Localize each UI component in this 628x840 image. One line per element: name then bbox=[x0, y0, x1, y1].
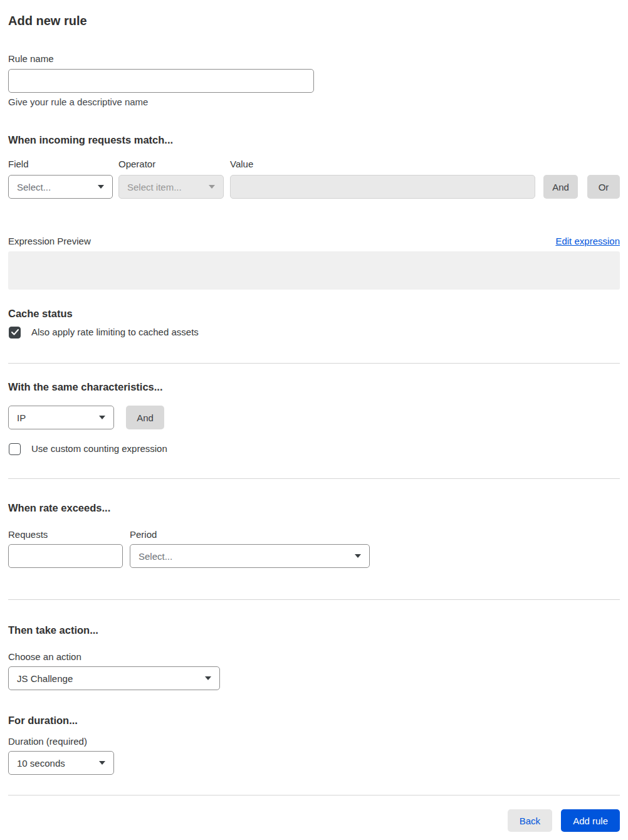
operator-select: Select item... bbox=[118, 175, 224, 199]
field-label: Field bbox=[8, 158, 118, 171]
characteristic-select[interactable]: IP bbox=[8, 406, 114, 429]
chevron-down-icon bbox=[98, 185, 104, 189]
add-rule-button[interactable]: Add rule bbox=[561, 809, 620, 832]
field-select[interactable]: Select... bbox=[8, 175, 113, 199]
action-select[interactable]: JS Challenge bbox=[8, 666, 220, 690]
duration-select-value: 10 seconds bbox=[17, 758, 65, 769]
back-button[interactable]: Back bbox=[508, 809, 552, 832]
action-heading: Then take action... bbox=[8, 623, 620, 637]
action-label: Choose an action bbox=[8, 651, 620, 663]
rule-name-input[interactable] bbox=[8, 69, 314, 93]
characteristics-and-button[interactable]: And bbox=[126, 406, 164, 429]
cached-assets-checkbox-label: Also apply rate limiting to cached asset… bbox=[31, 326, 199, 339]
action-select-value: JS Challenge bbox=[17, 673, 73, 684]
section-divider bbox=[8, 599, 620, 600]
and-button[interactable]: And bbox=[543, 175, 578, 199]
duration-select[interactable]: 10 seconds bbox=[8, 751, 114, 775]
field-select-value: Select... bbox=[17, 182, 51, 192]
match-section-heading: When incoming requests match... bbox=[8, 133, 620, 147]
section-divider bbox=[8, 363, 620, 364]
period-select-value: Select... bbox=[139, 551, 172, 562]
edit-expression-link[interactable]: Edit expression bbox=[555, 235, 620, 248]
period-select[interactable]: Select... bbox=[130, 544, 370, 568]
cached-assets-checkbox[interactable] bbox=[9, 327, 21, 339]
period-label: Period bbox=[130, 528, 157, 541]
chevron-down-icon bbox=[209, 185, 215, 189]
operator-select-value: Select item... bbox=[127, 182, 182, 192]
or-button[interactable]: Or bbox=[587, 175, 620, 199]
duration-label: Duration (required) bbox=[8, 735, 620, 748]
expression-preview-label: Expression Preview bbox=[8, 235, 91, 248]
custom-counting-checkbox[interactable] bbox=[9, 443, 21, 455]
requests-input[interactable] bbox=[8, 544, 123, 568]
chevron-down-icon bbox=[205, 676, 211, 680]
footer-divider bbox=[8, 795, 620, 795]
characteristics-heading: With the same characteristics... bbox=[8, 380, 620, 394]
value-label: Value bbox=[230, 158, 253, 171]
chevron-down-icon bbox=[99, 416, 105, 419]
characteristic-select-value: IP bbox=[17, 412, 26, 423]
duration-heading: For duration... bbox=[8, 713, 620, 727]
chevron-down-icon bbox=[355, 554, 361, 558]
cache-status-heading: Cache status bbox=[8, 307, 620, 320]
chevron-down-icon bbox=[99, 761, 105, 765]
value-input bbox=[230, 175, 535, 199]
page-title: Add new rule bbox=[8, 0, 620, 29]
section-divider bbox=[8, 478, 620, 479]
requests-label: Requests bbox=[8, 528, 130, 541]
add-rule-form: Add new rule Rule name Give your rule a … bbox=[0, 0, 628, 839]
rate-heading: When rate exceeds... bbox=[8, 501, 620, 515]
operator-label: Operator bbox=[118, 158, 230, 171]
checkmark-icon bbox=[11, 329, 19, 335]
rule-name-helper: Give your rule a descriptive name bbox=[8, 96, 620, 108]
expression-preview-box bbox=[8, 251, 620, 290]
rule-name-label: Rule name bbox=[8, 53, 620, 65]
custom-counting-checkbox-label: Use custom counting expression bbox=[31, 443, 167, 455]
